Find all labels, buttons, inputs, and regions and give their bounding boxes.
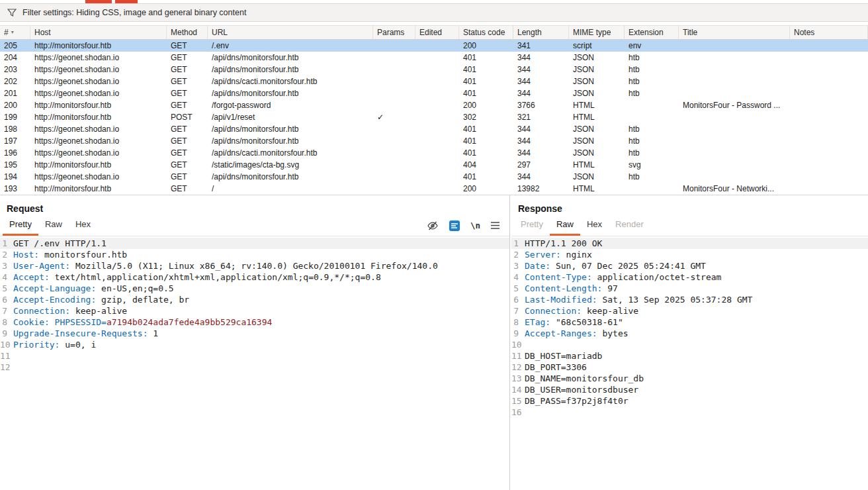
http-history-table: #▾HostMethodURLParamsEditedStatus codeLe… <box>0 25 868 195</box>
cell-params <box>373 87 415 99</box>
editor-menu-icon[interactable] <box>490 221 500 230</box>
column-header-length[interactable]: Length <box>513 26 569 39</box>
line-number: 7 <box>511 305 525 317</box>
cell-notes <box>790 147 868 159</box>
cell-length: 3766 <box>513 99 569 111</box>
cell-length: 344 <box>513 171 569 183</box>
hidden-characters-icon[interactable] <box>427 220 439 232</box>
newline-toggle-icon[interactable]: \n <box>470 220 480 230</box>
cell-method: GET <box>167 159 208 171</box>
column-header-method[interactable]: Method <box>167 26 208 39</box>
syntax-highlighting-icon[interactable] <box>449 220 460 232</box>
table-row-197[interactable]: 197https://geonet.shodan.ioGET/api/dns/m… <box>0 135 868 147</box>
cell-length: 344 <box>513 75 569 87</box>
column-header-extension[interactable]: Extension <box>625 26 679 39</box>
cell-status: 401 <box>459 123 513 135</box>
column-header-host[interactable]: Host <box>30 26 167 39</box>
code-line: 9Accept-Ranges: bytes <box>511 328 868 339</box>
table-row-195[interactable]: 195http://monitorsfour.htbGET/static/ima… <box>0 159 868 171</box>
column-header-title[interactable]: Title <box>679 26 790 39</box>
tab-raw[interactable]: Raw <box>38 215 69 236</box>
table-row-194[interactable]: 194https://geonet.shodan.ioGET/api/dns/m… <box>0 171 868 183</box>
column-label: MIME type <box>573 28 611 37</box>
column-header-params[interactable]: Params <box>373 26 415 39</box>
line-number: 3 <box>0 260 13 271</box>
table-row-205[interactable]: 205http://monitorsfour.htbGET/.env200341… <box>0 40 868 52</box>
cell-method: GET <box>167 99 208 111</box>
line-text: DB_USER=monitorsdbuser <box>525 384 638 395</box>
cell-mime: JSON <box>569 147 625 159</box>
cell-title <box>679 171 790 183</box>
tab-hex[interactable]: Hex <box>69 215 97 236</box>
table-header-row: #▾HostMethodURLParamsEditedStatus codeLe… <box>0 25 868 40</box>
cell-params <box>373 123 415 135</box>
column-header-edited[interactable]: Edited <box>415 26 459 39</box>
table-row-200[interactable]: 200http://monitorsfour.htbGET/forgot-pas… <box>0 99 868 111</box>
cell-method: GET <box>167 123 208 135</box>
cell-length: 321 <box>513 111 569 123</box>
line-text: DB_HOST=mariadb <box>525 350 602 362</box>
cell-url: /api/dns/monitorsfour.htb <box>208 123 373 135</box>
line-number: 1 <box>511 238 525 249</box>
code-line: 5Content-Length: 97 <box>511 283 868 294</box>
filter-settings-bar[interactable]: Filter settings: Hiding CSS, image and g… <box>0 3 868 22</box>
cell-edited <box>415 64 459 75</box>
cell-params <box>373 159 415 171</box>
line-text: Accept-Ranges: bytes <box>525 328 629 339</box>
line-text: Connection: keep-alive <box>525 305 638 317</box>
line-number: 4 <box>511 271 525 283</box>
line-number: 8 <box>511 317 525 328</box>
code-line: 10Priority: u=0, i <box>0 339 509 350</box>
cell-ext <box>625 183 679 195</box>
cell-host: http://monitorsfour.htb <box>30 40 167 52</box>
table-row-196[interactable]: 196https://geonet.shodan.ioGET/api/dns/c… <box>0 147 868 159</box>
cell-ext: svg <box>625 159 679 171</box>
line-number: 7 <box>0 305 13 317</box>
cell-title <box>679 159 790 171</box>
tab-underline-fragment <box>85 0 112 3</box>
table-row-199[interactable]: 199http://monitorsfour.htbPOST/api/v1/re… <box>0 111 868 123</box>
cell-title <box>679 40 790 52</box>
line-number: 13 <box>511 373 525 384</box>
cell-notes <box>790 87 868 99</box>
cell-status: 404 <box>459 159 513 171</box>
tab-pretty[interactable]: Pretty <box>3 215 38 236</box>
column-header-mime-type[interactable]: MIME type <box>569 26 625 39</box>
line-number: 5 <box>0 283 13 294</box>
line-text: ETag: "68c50318-61" <box>525 317 623 328</box>
line-text: Cookie: PHPSESSID=a7194b024ada7fede4a9bb… <box>13 317 272 328</box>
tab-pretty[interactable]: Pretty <box>514 215 550 236</box>
cell-title: MonitorsFour - Password ... <box>679 99 790 111</box>
column-header-status-code[interactable]: Status code <box>459 26 513 39</box>
code-line: 9Upgrade-Insecure-Requests: 1 <box>0 328 509 339</box>
column-header-num[interactable]: #▾ <box>0 26 30 39</box>
cell-length: 341 <box>513 40 569 52</box>
cell-status: 401 <box>459 52 513 64</box>
column-label: Params <box>377 28 404 37</box>
cell-edited <box>415 135 459 147</box>
cell-ext <box>625 111 679 123</box>
tab-render[interactable]: Render <box>609 215 650 236</box>
table-row-204[interactable]: 204https://geonet.shodan.ioGET/api/dns/m… <box>0 52 868 64</box>
table-row-203[interactable]: 203https://geonet.shodan.ioGET/api/dns/m… <box>0 64 868 75</box>
column-header-url[interactable]: URL <box>208 26 373 39</box>
cell-id: 199 <box>0 111 30 123</box>
table-row-201[interactable]: 201https://geonet.shodan.ioGET/api/dns/m… <box>0 87 868 99</box>
response-tabs: PrettyRawHexRender <box>514 215 650 236</box>
cell-ext: env <box>625 40 679 52</box>
cell-id: 193 <box>0 183 30 195</box>
table-row-202[interactable]: 202https://geonet.shodan.ioGET/api/dns/c… <box>0 75 868 87</box>
cell-status: 401 <box>459 75 513 87</box>
table-row-198[interactable]: 198https://geonet.shodan.ioGET/api/dns/m… <box>0 123 868 135</box>
tab-hex[interactable]: Hex <box>580 215 609 236</box>
cell-host: https://geonet.shodan.io <box>30 75 167 87</box>
tab-raw[interactable]: Raw <box>550 215 580 236</box>
request-editor[interactable]: 1GET /.env HTTP/1.12Host: monitorsfour.h… <box>0 236 509 490</box>
request-tabs-row: PrettyRawHex \n <box>0 215 509 236</box>
line-number: 10 <box>511 339 525 350</box>
cell-title: MonitorsFour - Networki... <box>679 183 790 195</box>
table-row-193[interactable]: 193http://monitorsfour.htbGET/20013982HT… <box>0 183 868 195</box>
column-header-notes[interactable]: Notes <box>790 26 868 39</box>
cell-ext <box>625 99 679 111</box>
response-editor[interactable]: 1HTTP/1.1 200 OK2Server: nginx3Date: Sun… <box>511 236 868 490</box>
